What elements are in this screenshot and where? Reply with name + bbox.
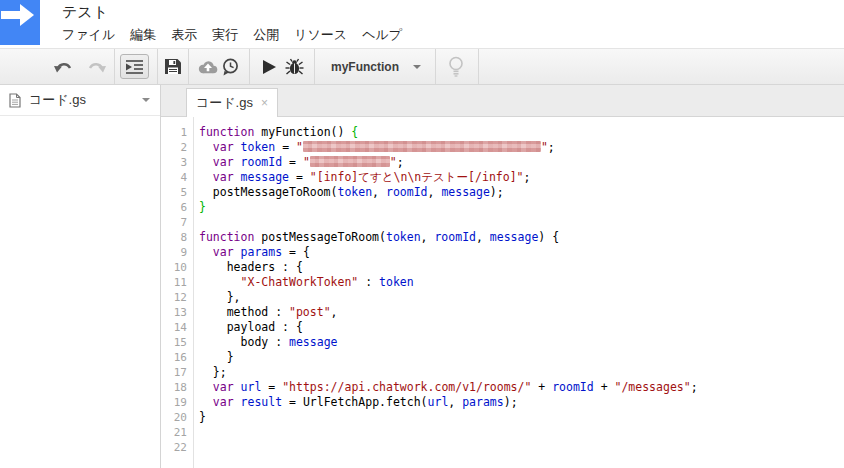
code-token: token	[241, 140, 276, 154]
code-line[interactable]	[199, 215, 844, 230]
code-line[interactable]: postMessageToRoom(token, roomId, message…	[199, 185, 844, 200]
deploy-button[interactable]	[197, 59, 218, 75]
code-line[interactable]: var message = "[info]てすと\n\nテストー[/info]"…	[199, 170, 844, 185]
code-token: url	[428, 395, 449, 409]
function-select[interactable]: myFunction	[325, 49, 427, 84]
code-token: headers : {	[199, 260, 303, 274]
line-number: 15	[161, 335, 187, 350]
menu-item[interactable]: 公開	[253, 26, 279, 44]
code-token: message	[490, 230, 538, 244]
code-token	[234, 395, 241, 409]
line-number: 2	[161, 140, 187, 155]
code-token: token	[386, 230, 421, 244]
code-token	[234, 380, 241, 394]
code-token	[199, 140, 213, 154]
code-token: var	[213, 395, 234, 409]
code-token: },	[199, 290, 241, 304]
code-token: ,	[331, 305, 338, 319]
code-token: postMessageToRoom(	[254, 230, 386, 244]
code-line[interactable]: payload : {	[199, 320, 844, 335]
project-title[interactable]: テスト	[62, 3, 108, 22]
close-icon[interactable]: ×	[261, 97, 268, 109]
code-line[interactable]: function postMessageToRoom(token, roomId…	[199, 230, 844, 245]
code-line[interactable]	[199, 440, 844, 455]
code-area[interactable]: function myFunction() { var token = ""; …	[194, 117, 844, 468]
hints-button[interactable]	[448, 56, 464, 77]
line-number: 5	[161, 185, 187, 200]
line-number: 19	[161, 395, 187, 410]
code-editor: 12345678910111213141516171819202122 func…	[161, 117, 844, 468]
menu-item[interactable]: 実行	[212, 26, 238, 44]
code-token: function	[199, 125, 254, 139]
apps-script-logo[interactable]	[0, 0, 40, 45]
indent-icon	[125, 59, 144, 75]
line-number: 10	[161, 260, 187, 275]
code-token: token	[337, 185, 372, 199]
undo-button[interactable]	[53, 59, 74, 75]
code-line[interactable]: method : "post",	[199, 305, 844, 320]
code-token: };	[199, 365, 227, 379]
code-token: roomId	[552, 380, 594, 394]
code-line[interactable]: body : message	[199, 335, 844, 350]
code-token	[234, 170, 241, 184]
code-token: method :	[199, 305, 289, 319]
menu-item[interactable]: 編集	[130, 26, 156, 44]
line-number: 12	[161, 290, 187, 305]
code-token: ,	[448, 395, 462, 409]
toolbar-separator	[157, 49, 158, 84]
code-token	[199, 395, 213, 409]
code-token: payload : {	[199, 320, 303, 334]
code-token	[199, 380, 213, 394]
code-token	[234, 245, 241, 259]
debug-icon	[285, 58, 304, 75]
code-line[interactable]: var token = "";	[199, 140, 844, 155]
code-line[interactable]: },	[199, 290, 844, 305]
code-line[interactable]	[199, 425, 844, 440]
code-token: body :	[199, 335, 289, 349]
code-token: message	[241, 170, 289, 184]
code-token: "	[390, 155, 397, 169]
code-line[interactable]: }	[199, 410, 844, 425]
line-number: 22	[161, 440, 187, 455]
menu-item[interactable]: 表示	[171, 26, 197, 44]
menu-item[interactable]: リソース	[294, 26, 347, 44]
redo-button[interactable]	[86, 59, 107, 75]
line-number: 1	[161, 125, 187, 140]
code-token: = UrlFetchApp.fetch(	[282, 395, 427, 409]
code-token: "	[541, 140, 548, 154]
version-history-button[interactable]	[222, 58, 239, 76]
menu-item[interactable]: ファイル	[62, 26, 115, 44]
indent-button[interactable]	[120, 54, 149, 79]
code-line[interactable]: }	[199, 200, 844, 215]
tab-code-gs[interactable]: コード.gs ×	[186, 88, 278, 117]
code-line[interactable]: "X-ChatWorkToken" : token	[199, 275, 844, 290]
sidebar-file-item[interactable]: コード.gs	[0, 85, 160, 116]
line-number: 9	[161, 245, 187, 260]
debug-button[interactable]	[285, 58, 304, 75]
run-button[interactable]	[262, 59, 277, 75]
tab-bar: コード.gs ×	[161, 85, 844, 117]
code-line[interactable]: var roomId = "";	[199, 155, 844, 170]
code-token: var	[213, 140, 234, 154]
code-token: ,	[428, 185, 442, 199]
code-line[interactable]: function myFunction() {	[199, 125, 844, 140]
code-token	[234, 140, 241, 154]
code-token: var	[213, 245, 234, 259]
line-number: 14	[161, 320, 187, 335]
code-token: ;	[397, 155, 404, 169]
code-line[interactable]: }	[199, 350, 844, 365]
menu-item[interactable]: ヘルプ	[362, 26, 402, 44]
line-number: 8	[161, 230, 187, 245]
code-line[interactable]: var params = {	[199, 245, 844, 260]
right-arrow-icon	[0, 0, 40, 45]
chevron-down-icon[interactable]	[142, 98, 150, 102]
code-token: );	[490, 185, 504, 199]
function-select-label: myFunction	[331, 60, 399, 74]
code-line[interactable]: var url = "https://api.chatwork.com/v1/r…	[199, 380, 844, 395]
code-line[interactable]: var result = UrlFetchApp.fetch(url, para…	[199, 395, 844, 410]
code-line[interactable]: headers : {	[199, 260, 844, 275]
apps-script-editor-window: テスト ファイル編集表示実行公開リソースヘルプ	[0, 0, 844, 468]
code-line[interactable]: };	[199, 365, 844, 380]
toolbar-separator	[435, 49, 436, 84]
save-button[interactable]	[164, 58, 182, 75]
